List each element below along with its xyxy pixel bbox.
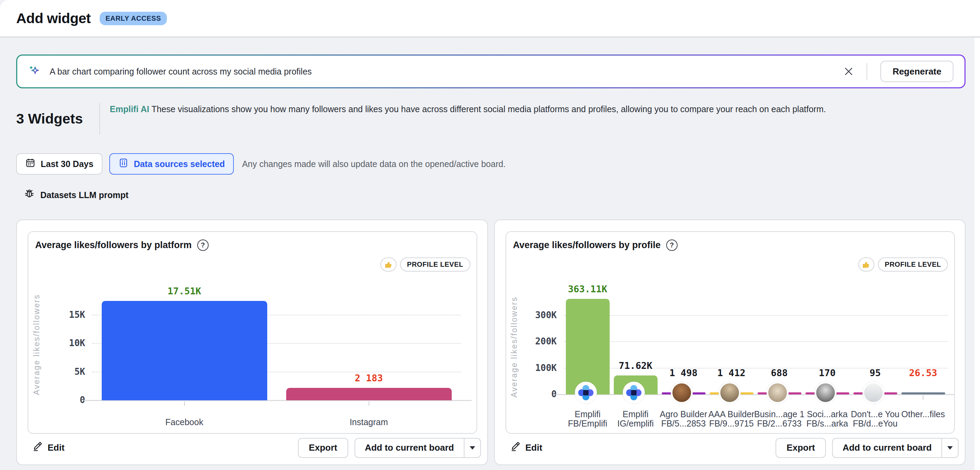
prompt-text[interactable]: A bar chart comparing follower count acr… [50,67,843,76]
bar-value-label: 363.11K [543,284,632,294]
x-axis-tick [923,395,923,400]
y-axis-tick-label: 15K [28,309,85,320]
chart-title-row: Average likes/followers by platform ? [35,239,208,251]
bar-value-label: 17.51K [140,286,229,296]
y-axis-tick-label: 200K [506,336,557,346]
datasets-llm-prompt-label: Datasets LLM prompt [40,190,129,200]
profile-avatar [815,382,837,404]
thumbs-up-badge[interactable] [858,257,875,272]
badge-row: PROFILE LEVEL [858,257,948,272]
content: A bar chart comparing follower count acr… [0,54,980,465]
chevron-down-icon [470,446,475,450]
profile-avatar [767,382,789,404]
footer-actions: Export Add to current board [776,438,959,458]
card-footer: Edit Export Add to current board [17,434,487,464]
datasets-llm-prompt-link[interactable]: Datasets LLM prompt [16,188,966,202]
date-range-label: Last 30 Days [41,159,94,169]
widget-card-platform: Average likes/followers by platform ? PR… [16,220,488,465]
chart-title-row: Average likes/followers by profile ? [513,239,678,251]
calendar-icon [25,158,35,170]
regenerate-button[interactable]: Regenerate [880,61,953,82]
widget-count: 3 Widgets [16,111,83,127]
pencil-icon [511,441,521,454]
gridline [564,341,948,342]
ai-description: Emplifi AI These visualizations show you… [110,103,826,135]
edit-button[interactable]: Edit [511,441,542,454]
edit-label: Edit [48,442,64,453]
profile-level-badge: PROFILE LEVEL [400,257,470,272]
filters-row: Last 30 Days Data sources selected Any c… [16,153,966,175]
profile-avatar [862,382,885,404]
summary-divider [99,103,100,135]
x-axis-label: Facebook [81,417,288,427]
close-icon[interactable] [843,66,854,77]
chart-title: Average likes/followers by platform [35,240,192,250]
badge-row: PROFILE LEVEL [380,257,470,272]
data-sources-icon [118,158,129,170]
widget-card-profile: Average likes/followers by profile ? PRO… [494,220,966,465]
chevron-down-icon [947,446,953,450]
emplifi-ai-label: Emplifi AI [110,104,149,114]
chart-bar[interactable] [286,388,452,400]
data-sources-button[interactable]: Data sources selected [109,153,234,175]
chart-bar[interactable] [566,299,610,394]
chart-bar[interactable] [102,301,267,400]
emplifi-logo-avatar [575,382,597,404]
widget-preview-profile: Average likes/followers by profile ? PRO… [506,231,955,434]
prompt-input[interactable]: A bar chart comparing follower count acr… [16,54,966,88]
help-icon[interactable]: ? [197,239,208,251]
early-access-badge: EARLY ACCESS [100,12,167,25]
x-axis-label: Instagram [266,417,472,427]
x-axis-tick [369,401,369,406]
chart-bar[interactable] [901,392,945,394]
y-axis-tick-label: 5K [28,366,85,377]
bar-value-label: 26.53 [878,368,955,378]
page-title: Add widget [16,10,91,27]
date-range-button[interactable]: Last 30 Days [16,153,102,175]
edit-button[interactable]: Edit [33,441,64,454]
y-axis-tick-label: 300K [506,310,557,320]
prompt-divider [867,63,867,80]
emplifi-logo-avatar [623,382,645,404]
ai-description-text: These visualizations show you how many f… [149,104,826,114]
add-to-board-split-button: Add to current board [355,438,481,458]
widget-cards: Average likes/followers by platform ? PR… [16,220,966,465]
filters-note: Any changes made will also update data o… [242,159,506,169]
thumbs-up-badge[interactable] [380,257,396,272]
y-axis-tick-label: 10K [28,338,85,348]
profile-avatar [719,382,741,404]
x-axis-label: Other...files [888,409,955,419]
profile-level-badge: PROFILE LEVEL [878,257,948,272]
page-header: Add widget EARLY ACCESS [0,0,980,37]
ai-sparkle-icon [28,65,41,78]
footer-actions: Export Add to current board [298,438,481,458]
x-axis-tick [184,401,185,406]
add-to-board-split-button: Add to current board [832,438,959,458]
add-to-board-button[interactable]: Add to current board [833,438,941,457]
bar-value-label: 2 183 [324,373,414,383]
card-footer: Edit Export Add to current board [495,434,965,464]
bug-icon [24,188,35,202]
edit-label: Edit [525,442,542,453]
export-button[interactable]: Export [776,438,826,458]
profile-avatar [671,382,693,404]
y-axis-tick-label: 100K [506,363,557,373]
gridline [564,315,948,316]
data-sources-label: Data sources selected [134,159,225,169]
widget-preview-platform: Average likes/followers by platform ? PR… [28,231,477,434]
y-axis-tick-label: 0 [506,389,557,399]
chart-title: Average likes/followers by profile [513,240,661,250]
add-to-board-button[interactable]: Add to current board [355,438,464,457]
add-to-board-menu-button[interactable] [464,438,480,457]
y-axis-tick-label: 0 [28,395,85,405]
widgets-summary: 3 Widgets Emplifi AI These visualization… [16,103,966,135]
help-icon[interactable]: ? [666,239,678,251]
export-button[interactable]: Export [298,438,348,458]
add-to-board-menu-button[interactable] [941,438,958,457]
pencil-icon [33,441,43,454]
